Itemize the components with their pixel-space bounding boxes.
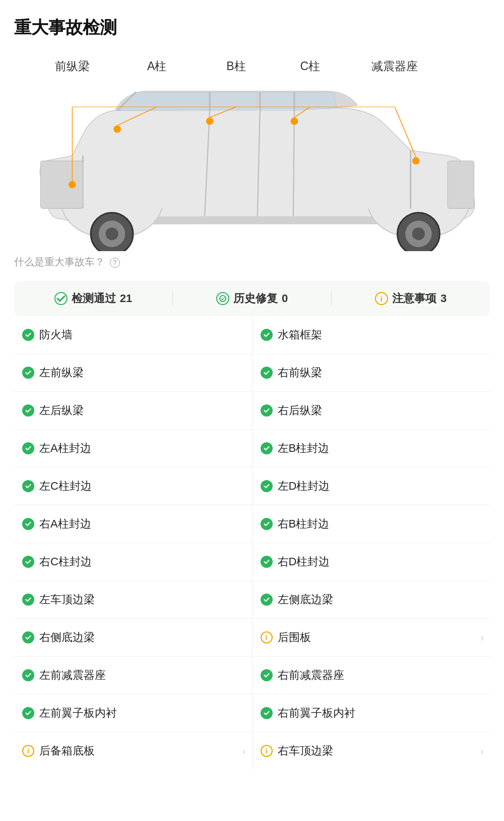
check-icon	[22, 594, 34, 606]
grid-cell-left: 左车顶边梁	[14, 581, 253, 618]
svg-rect-20	[448, 161, 474, 208]
notice-count: 3	[440, 292, 447, 305]
summary-notice: i 注意事项 3	[332, 291, 490, 306]
info-text: 什么是重大事故车？ ?	[14, 251, 490, 269]
item-label: 左后纵梁	[39, 403, 84, 418]
summary-bar: 检测通过 21 历史修复 0 i 注意事项 3	[14, 281, 490, 316]
table-row: 左车顶边梁左侧底边梁	[14, 581, 490, 619]
svg-point-33	[220, 296, 226, 302]
grid-cell-left: 右C柱封边	[14, 543, 253, 580]
item-label: 右D柱封边	[278, 554, 330, 569]
grid-cell-left: 左前纵梁	[14, 354, 253, 391]
item-label: 后备箱底板	[39, 743, 95, 758]
chevron-right-icon: ›	[242, 745, 246, 757]
check-icon	[22, 442, 34, 454]
svg-rect-19	[40, 161, 83, 208]
check-icon	[22, 669, 34, 681]
svg-text:B柱: B柱	[226, 60, 245, 73]
item-label: 左A柱封边	[39, 441, 91, 456]
summary-repair: 历史修复 0	[173, 291, 332, 306]
grid-cell-right[interactable]: i右车顶边梁›	[253, 732, 490, 770]
item-label: 后围板	[278, 630, 311, 645]
car-diagram-svg: 前纵梁 A柱 B柱 C柱 减震器座	[14, 49, 490, 251]
page-title: 重大事故检测	[14, 16, 490, 39]
check-icon	[22, 329, 34, 341]
items-grid: 防火墙水箱框架左前纵梁右前纵梁左后纵梁右后纵梁左A柱封边左B柱封边左C柱封边左D…	[14, 316, 490, 770]
svg-point-26	[206, 118, 214, 125]
car-diagram: 前纵梁 A柱 B柱 C柱 减震器座	[14, 49, 490, 251]
svg-point-15	[105, 227, 118, 240]
repair-count: 0	[282, 292, 288, 305]
chevron-right-icon: ›	[480, 745, 484, 757]
check-icon	[261, 707, 273, 719]
grid-cell-right: 水箱框架	[253, 316, 490, 354]
svg-point-28	[291, 118, 298, 125]
grid-cell-right: 左B柱封边	[253, 430, 490, 467]
item-label: 右B柱封边	[278, 516, 330, 532]
table-row: 左前翼子板内衬右前翼子板内衬	[14, 694, 490, 732]
check-icon	[261, 669, 273, 681]
table-row: 左A柱封边左B柱封边	[14, 430, 490, 467]
svg-text:前纵梁: 前纵梁	[55, 60, 90, 73]
notice-label: 注意事项	[392, 291, 436, 306]
svg-point-24	[113, 126, 121, 133]
svg-point-21	[69, 181, 76, 189]
item-label: 左D柱封边	[278, 479, 330, 494]
item-label: 右车顶边梁	[278, 743, 333, 758]
item-label: 左前减震器座	[39, 668, 106, 683]
grid-cell-left: 左后纵梁	[14, 392, 253, 429]
item-label: 左C柱封边	[39, 479, 92, 494]
check-icon	[261, 480, 273, 492]
grid-cell-left: 右A柱封边	[14, 505, 253, 543]
item-label: 右前纵梁	[278, 365, 322, 380]
info-icon: i	[22, 745, 34, 757]
item-label: 右C柱封边	[39, 554, 92, 569]
check-icon	[22, 556, 34, 568]
check-icon	[261, 367, 273, 379]
grid-cell-right: 左D柱封边	[253, 467, 490, 505]
page-container: 重大事故检测 前纵梁 A柱 B柱 C柱 减震器座	[0, 0, 504, 821]
item-label: 左前纵梁	[39, 365, 84, 380]
item-label: 防火墙	[39, 327, 73, 342]
check-icon	[261, 442, 273, 454]
item-label: 右前翼子板内衬	[278, 706, 355, 721]
chevron-right-icon: ›	[480, 632, 484, 643]
grid-cell-right: 右D柱封边	[253, 543, 490, 580]
grid-cell-left: 左前减震器座	[14, 657, 253, 694]
table-row: i后备箱底板›i右车顶边梁›	[14, 732, 490, 770]
check-icon	[22, 707, 34, 719]
pass-label: 检测通过	[72, 291, 116, 306]
check-icon	[261, 329, 273, 341]
pass-check-icon	[54, 292, 68, 305]
table-row: 右A柱封边右B柱封边	[14, 505, 490, 543]
grid-cell-right: 右后纵梁	[253, 392, 490, 429]
item-label: 左前翼子板内衬	[39, 706, 117, 721]
item-label: 右前减震器座	[278, 668, 344, 683]
svg-text:A柱: A柱	[147, 60, 166, 73]
grid-cell-left[interactable]: i后备箱底板›	[14, 732, 253, 770]
question-icon: ?	[110, 258, 120, 268]
table-row: 防火墙水箱框架	[14, 316, 490, 354]
repair-label: 历史修复	[233, 291, 278, 306]
grid-cell-right: 右B柱封边	[253, 505, 490, 543]
table-row: 右侧底边梁i后围板›	[14, 619, 490, 657]
check-icon	[22, 367, 34, 379]
grid-cell-right: 左侧底边梁	[253, 581, 490, 618]
check-icon	[22, 631, 34, 643]
item-label: 水箱框架	[278, 327, 322, 342]
check-icon	[261, 518, 273, 530]
item-label: 左车顶边梁	[39, 592, 95, 607]
grid-cell-left: 左前翼子板内衬	[14, 694, 253, 732]
grid-cell-right[interactable]: i后围板›	[253, 619, 490, 656]
check-icon	[261, 404, 273, 417]
item-label: 右后纵梁	[278, 403, 322, 418]
item-label: 左侧底边梁	[278, 592, 333, 607]
table-row: 右C柱封边右D柱封边	[14, 543, 490, 581]
pass-count: 21	[120, 292, 132, 305]
check-icon	[22, 518, 34, 530]
table-row: 左前减震器座右前减震器座	[14, 657, 490, 694]
grid-cell-left: 左A柱封边	[14, 430, 253, 467]
item-label: 左B柱封边	[278, 441, 330, 456]
check-icon	[261, 556, 273, 568]
table-row: 左C柱封边左D柱封边	[14, 467, 490, 505]
